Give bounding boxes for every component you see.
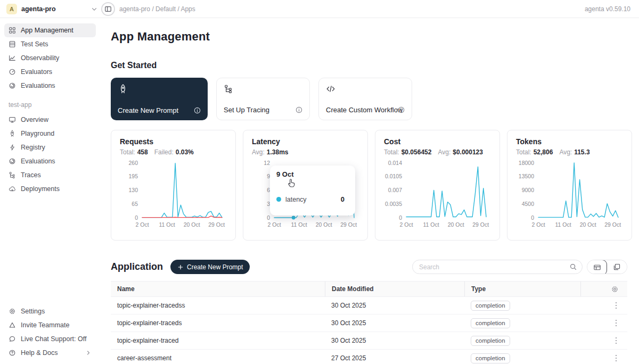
sidebar-item-live-chat-support[interactable]: Live Chat Support: Off [4,332,96,346]
more-actions-icon[interactable] [616,320,617,327]
svg-text:13500: 13500 [519,173,534,179]
sidebar-item-playground[interactable]: Playground [4,127,96,140]
breadcrumb[interactable]: agenta-pro / Default / Apps [119,5,195,13]
sidebar-item-label: Evaluations [21,82,55,89]
cell-date: 27 Oct 2025 [325,354,464,362]
create-new-prompt-card[interactable]: Create New Prompt [111,78,208,120]
svg-text:2 Oct: 2 Oct [531,221,545,228]
svg-text:29 Oct: 29 Oct [472,221,489,228]
info-icon[interactable] [397,106,405,114]
chevron-down-icon [91,5,98,13]
chevron-right-icon [85,350,92,356]
evaluations-icon [9,82,16,89]
type-badge: completion [471,336,510,346]
sidebar-item-label: Overview [21,116,48,123]
create-new-prompt-button[interactable]: Create New Prompt [170,260,250,274]
sidebar-item-label: Playground [21,130,54,137]
view-mode-toggle [587,260,627,274]
info-icon[interactable] [295,106,303,114]
series-dot [276,197,281,202]
info-icon[interactable] [193,106,201,114]
topbar: A agenta-pro agenta-pro / Default / Apps… [0,0,639,18]
sidebar-item-help-docs[interactable]: Help & Docs [4,346,96,360]
sidebar-item-deployments[interactable]: Deployments [4,182,96,196]
sidebar-item-settings[interactable]: Settings [4,304,96,318]
svg-text:29 Oct: 29 Oct [604,221,621,228]
svg-text:11 Oct: 11 Oct [159,221,175,228]
cell-actions [580,337,627,344]
version-label: agenta v0.59.10 [585,5,630,13]
application-header: Application Create New Prompt [111,260,627,274]
chart-stats: Total:458Failed:0.03% [120,148,227,156]
rocket-icon [9,130,16,137]
svg-text:2 Oct: 2 Oct [135,221,149,228]
cell-actions [580,355,627,362]
column-header-type[interactable]: Type [464,282,580,296]
create-custom-workflow-card[interactable]: Create Custom Workflow [318,78,412,120]
requests-chart[interactable]: 0651301952602 Oct11 Oct20 Oct29 Oct [120,159,227,231]
sidebar-item-invite-teammate[interactable]: Invite Teammate [4,318,96,332]
search-input[interactable] [412,260,583,274]
chart-stats: Total:52,806Avg:115.3 [516,148,623,156]
code-icon [326,84,405,94]
table-row[interactable]: topic-explainer-traced 30 Oct 2025 compl… [111,332,627,350]
cost-chart-card: Cost Total:$0.056452Avg:$0.000123 00.003… [375,130,500,241]
table-row[interactable]: topic-explainer-tracedss 30 Oct 2025 com… [111,297,627,315]
chart-title: Cost [384,137,491,146]
tokens-chart[interactable]: 04500900013500180002 Oct11 Oct20 Oct29 O… [516,159,623,231]
sidebar-item-app-management[interactable]: App Management [4,23,96,37]
sidebar-toggle-button[interactable] [101,2,115,16]
svg-text:2 Oct: 2 Oct [267,221,281,228]
table-row[interactable]: career-assessment 27 Oct 2025 completion [111,350,627,364]
sidebar-app-section-label: test-app [9,101,92,109]
cell-actions [580,302,627,309]
app-root: A agenta-pro agenta-pro / Default / Apps… [0,0,639,364]
tooltip-series-row: latency 0 [276,195,349,203]
workspace-selector[interactable]: A agenta-pro [6,4,98,14]
chart-tooltip: 9 Oct latency 0 [270,166,355,216]
cell-name: topic-explainer-traceds [111,319,325,327]
table-header-row: Name Date Modified Type [111,281,627,297]
column-header-name[interactable]: Name [111,282,325,296]
cell-type: completion [464,353,580,363]
svg-text:0: 0 [399,214,402,221]
sidebar-item-registry[interactable]: Registry [4,140,96,154]
svg-text:29 Oct: 29 Oct [208,221,225,228]
svg-text:9000: 9000 [522,187,535,193]
cloud-icon [9,185,16,193]
sidebar-item-label: Evaluations [21,158,55,165]
create-button-label: Create New Prompt [187,263,243,271]
sidebar-item-evaluations[interactable]: Evaluations [4,79,96,93]
sidebar: App Management Test Sets Observability E… [0,18,100,364]
card-view-button[interactable] [607,260,627,274]
cost-chart[interactable]: 00.00350.0070.01050.0142 Oct11 Oct20 Oct… [384,159,491,231]
table-row[interactable]: topic-explainer-traceds 30 Oct 2025 comp… [111,315,627,332]
lightning-icon [9,144,16,151]
more-actions-icon[interactable] [616,355,617,362]
search-icon[interactable] [569,263,577,273]
search-box [412,260,583,274]
cell-type: completion [464,336,580,346]
sidebar-item-test-sets[interactable]: Test Sets [4,37,96,51]
sidebar-item-observability[interactable]: Observability [4,51,96,65]
sidebar-item-app-evaluations[interactable]: Evaluations [4,154,96,168]
gear-icon[interactable] [611,285,619,293]
more-actions-icon[interactable] [616,337,617,344]
svg-text:11 Oct: 11 Oct [423,221,439,228]
cell-type: completion [464,318,580,328]
tooltip-series-name: latency [285,196,307,203]
sidebar-item-overview[interactable]: Overview [4,113,96,127]
svg-text:2 Oct: 2 Oct [399,221,413,228]
sidebar-item-label: Test Sets [21,40,48,48]
svg-text:195: 195 [128,173,138,179]
sidebar-item-label: Settings [21,308,45,315]
more-actions-icon[interactable] [616,302,617,309]
column-header-date-modified[interactable]: Date Modified [325,282,464,296]
sidebar-item-evaluators[interactable]: Evaluators [4,65,96,79]
table-view-button[interactable] [587,260,607,274]
set-up-tracing-card[interactable]: Set Up Tracing [216,78,310,120]
svg-text:11 Oct: 11 Oct [291,221,307,228]
sidebar-item-traces[interactable]: Traces [4,168,96,182]
sidebar-footer: Settings Invite Teammate Live Chat Suppo… [4,304,96,361]
svg-text:65: 65 [132,201,138,207]
